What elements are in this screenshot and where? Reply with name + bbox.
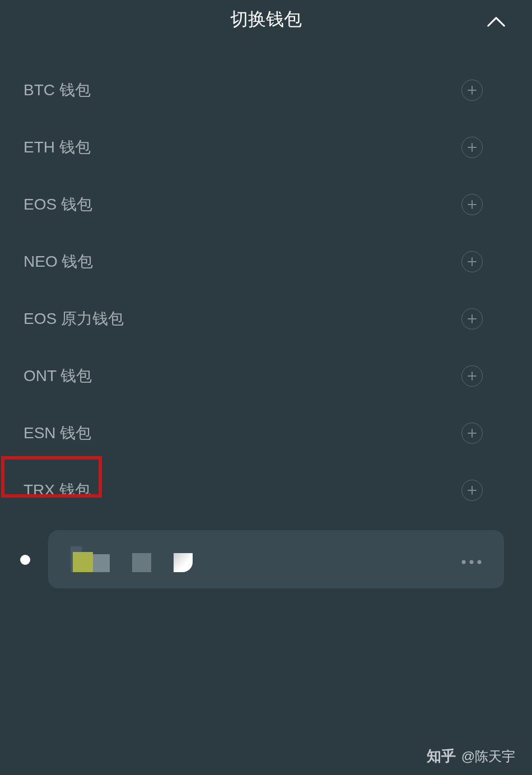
plus-icon <box>468 372 477 380</box>
wallet-label: ETH 钱包 <box>22 137 91 158</box>
header: 切换钱包 <box>0 0 532 39</box>
wallet-label: TRX 钱包 <box>22 480 91 501</box>
add-wallet-button[interactable] <box>461 365 483 387</box>
wallet-label: BTC 钱包 <box>22 80 91 101</box>
svg-point-2 <box>478 560 482 564</box>
page-title: 切换钱包 <box>230 7 302 32</box>
selected-indicator-icon <box>20 555 30 565</box>
more-button[interactable] <box>461 550 482 568</box>
more-icon <box>461 560 482 564</box>
wallet-item-trx[interactable]: TRX 钱包 <box>0 462 532 519</box>
add-wallet-button[interactable] <box>461 251 483 272</box>
add-wallet-button[interactable] <box>461 137 483 158</box>
add-wallet-button[interactable] <box>461 80 483 101</box>
svg-point-0 <box>462 560 466 564</box>
wallet-item-ont[interactable]: ONT 钱包 <box>0 347 532 405</box>
wallet-thumbnails <box>71 546 193 572</box>
plus-icon <box>468 486 477 495</box>
thumb-icon <box>132 553 151 572</box>
add-wallet-button[interactable] <box>461 308 483 330</box>
plus-icon <box>468 143 477 152</box>
chevron-up-icon <box>487 15 505 27</box>
author-name: @陈天宇 <box>461 748 515 765</box>
plus-icon <box>468 200 477 209</box>
plus-icon <box>468 86 477 95</box>
plus-icon <box>468 257 477 266</box>
platform-logo: 知乎 <box>427 746 456 766</box>
wallet-card[interactable] <box>48 530 504 588</box>
collapse-button[interactable] <box>487 12 505 30</box>
watermark: 知乎 @陈天宇 <box>427 746 515 766</box>
thumb-icon <box>73 552 93 572</box>
plus-icon <box>468 429 477 438</box>
wallet-list: BTC 钱包 ETH 钱包 EOS 钱包 NEO 钱包 EOS 原力钱包 ONT… <box>0 39 532 588</box>
wallet-item-eos-force[interactable]: EOS 原力钱包 <box>0 290 532 347</box>
wallet-label: ONT 钱包 <box>22 365 92 387</box>
thumb-icon <box>174 553 193 572</box>
add-wallet-button[interactable] <box>461 194 483 215</box>
wallet-label: NEO 钱包 <box>22 251 93 272</box>
wallet-item-btc[interactable]: BTC 钱包 <box>0 62 532 119</box>
add-wallet-button[interactable] <box>461 480 483 501</box>
wallet-label: EOS 钱包 <box>22 194 92 215</box>
wallet-item-eos[interactable]: EOS 钱包 <box>0 176 532 233</box>
wallet-label: ESN 钱包 <box>22 423 91 444</box>
wallet-label: EOS 原力钱包 <box>22 308 124 330</box>
plus-icon <box>468 314 477 323</box>
add-wallet-button[interactable] <box>461 423 483 444</box>
wallet-item-eth[interactable]: ETH 钱包 <box>0 119 532 176</box>
wallet-item-esn[interactable]: ESN 钱包 <box>0 405 532 462</box>
wallet-item-neo[interactable]: NEO 钱包 <box>0 233 532 290</box>
svg-point-1 <box>470 560 474 564</box>
thumb-icon <box>93 554 110 572</box>
